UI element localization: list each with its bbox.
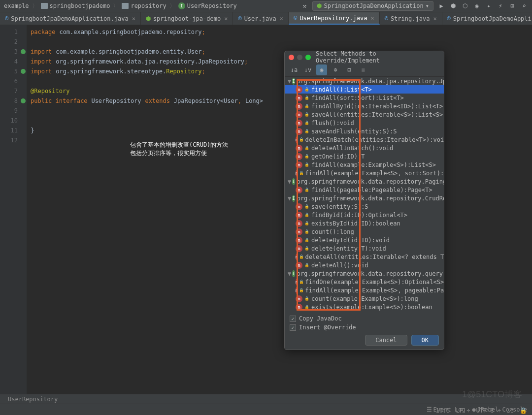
- expand-icon[interactable]: ⊕: [330, 64, 341, 75]
- breadcrumb-item[interactable]: springbootjpademo: [41, 2, 110, 9]
- tree-method-row[interactable]: m🔒deleteAll(entities:Iterable<? extends …: [285, 253, 444, 261]
- stop-icon[interactable]: ✦: [485, 2, 493, 10]
- line-number[interactable]: 4: [0, 57, 27, 66]
- line-number[interactable]: 2: [0, 37, 27, 47]
- code-line[interactable]: public interface UserRepository extends …: [27, 96, 532, 106]
- tree-method-row[interactable]: m🔒findAll(example:Example<S>, sort:Sort)…: [285, 169, 444, 177]
- expand-arrow-icon[interactable]: ▼: [288, 178, 291, 185]
- line-number[interactable]: 3: [0, 47, 27, 57]
- tree-package-row[interactable]: ▼Iorg.springframework.data.repository.Pa…: [285, 177, 444, 186]
- sort-alpha-icon[interactable]: ↓a: [289, 64, 299, 75]
- coverage-icon[interactable]: ⬡: [461, 2, 469, 10]
- window-controls[interactable]: [289, 55, 311, 60]
- breadcrumb-item[interactable]: repository: [122, 2, 166, 9]
- code-line[interactable]: [27, 106, 532, 116]
- editor-tab[interactable]: ©UserRepository.java×: [289, 12, 380, 25]
- tree-method-row[interactable]: m🔒existsById(id:ID):boolean: [285, 219, 444, 227]
- encoding[interactable]: UTF-8 ÷: [476, 407, 501, 414]
- breadcrumb-bar[interactable]: UserRepository: [0, 394, 532, 404]
- copy-javadoc-checkbox[interactable]: ✓ Copy JavaDoc: [290, 315, 439, 322]
- expand-arrow-icon[interactable]: ▼: [288, 78, 291, 85]
- profile-icon[interactable]: ◉: [473, 2, 481, 10]
- git-icon[interactable]: ⎇: [507, 407, 514, 414]
- code-line[interactable]: }: [27, 126, 532, 135]
- expand-arrow-icon[interactable]: ▼: [288, 195, 291, 202]
- tree-method-row[interactable]: m🔒deleteAll():void: [285, 261, 444, 269]
- code-line[interactable]: [27, 135, 532, 145]
- tree-method-row[interactable]: m🔒deleteAllInBatch():void: [285, 144, 444, 152]
- tree-method-row[interactable]: m🔒saveAll(entities:Iterable<S>):List<S>: [285, 110, 444, 119]
- search-icon[interactable]: ⌕: [520, 2, 528, 10]
- breadcrumb-item[interactable]: example: [4, 2, 29, 9]
- code-line[interactable]: @Repository: [27, 86, 532, 96]
- run-config-selector[interactable]: ⬢ SpringbootJpaDemoApplication ▾: [312, 1, 433, 11]
- tree-method-row[interactable]: m🔒count(example:Example<S>):long: [285, 294, 444, 303]
- tree-method-row[interactable]: m🔒saveAndFlush(entity:S):S: [285, 127, 444, 135]
- code-line[interactable]: [27, 76, 532, 86]
- show-inherited-icon[interactable]: ◉: [316, 64, 327, 75]
- gutter-mark-icon[interactable]: [21, 49, 26, 54]
- debug-icon[interactable]: ⬢: [449, 2, 457, 10]
- collapse-icon[interactable]: ⊟: [344, 64, 355, 75]
- code-line[interactable]: import org.springframework.data.jpa.repo…: [27, 57, 532, 66]
- close-icon[interactable]: ×: [370, 15, 374, 22]
- line-number[interactable]: 9: [0, 106, 27, 116]
- hammer-icon[interactable]: ⚒: [300, 2, 308, 10]
- tree-method-row[interactable]: m🔒findAllById(ids:Iterable<ID>):List<T>: [285, 102, 444, 110]
- vcs-icon[interactable]: ⊞: [508, 2, 516, 10]
- line-number[interactable]: 6: [0, 76, 27, 86]
- editor-tab[interactable]: ©SpringbootJpaDemoApplication.java×: [0, 12, 141, 25]
- line-number[interactable]: 8: [0, 96, 27, 106]
- code-line[interactable]: [27, 116, 532, 126]
- cancel-button[interactable]: Cancel: [365, 335, 407, 346]
- jrebel-icon[interactable]: ⚡: [497, 2, 504, 10]
- tree-method-row[interactable]: m🔒flush():void: [285, 119, 444, 127]
- expand-arrow-icon[interactable]: ▼: [288, 270, 291, 277]
- tree-method-row[interactable]: m🔒findAll(pageable:Pageable):Page<T>: [285, 186, 444, 194]
- line-number[interactable]: 5: [0, 66, 27, 76]
- settings-icon[interactable]: ≡: [358, 64, 368, 75]
- editor-tab[interactable]: ©String.java×: [380, 12, 442, 25]
- tree-method-row[interactable]: m🔒findAll(sort:Sort):List<T>: [285, 94, 444, 102]
- checkbox-icon[interactable]: ✓: [290, 316, 296, 322]
- gutter-mark-icon[interactable]: [21, 98, 26, 103]
- tree-method-row[interactable]: m🔒deleteById(id:ID):void: [285, 236, 444, 244]
- tree-method-row[interactable]: m🔒save(entity:S):S: [285, 202, 444, 211]
- code-line[interactable]: package com.example.springbootjpademo.re…: [27, 27, 532, 37]
- cursor-position[interactable]: 10:5: [436, 407, 450, 414]
- insert-override-checkbox[interactable]: ✓ Insert @Override: [290, 324, 439, 331]
- tree-method-row[interactable]: m🔒findById(id:ID):Optional<T>: [285, 211, 444, 219]
- line-number[interactable]: 11: [0, 126, 27, 135]
- close-icon[interactable]: ×: [280, 15, 283, 22]
- run-icon[interactable]: ▶: [437, 2, 445, 10]
- method-tree[interactable]: ▼Iorg.springframework.data.jpa.repositor…: [285, 77, 444, 311]
- close-icon[interactable]: [289, 55, 294, 60]
- tree-method-row[interactable]: m🔒count():long: [285, 227, 444, 236]
- editor-tab[interactable]: ©SpringbootJpaDemoApplicationTests.java×: [442, 12, 532, 25]
- tree-package-row[interactable]: ▼Iorg.springframework.data.repository.Cr…: [285, 194, 444, 202]
- close-icon[interactable]: ×: [224, 15, 228, 22]
- tree-method-row[interactable]: m🔒findAll():List<T>: [285, 85, 444, 94]
- gutter-mark-icon[interactable]: [21, 69, 26, 74]
- tree-method-row[interactable]: m🔒findAll(example:Example<S>, pageable:P…: [285, 286, 444, 294]
- checkbox-icon[interactable]: ✓: [290, 324, 296, 331]
- ok-button[interactable]: OK: [411, 335, 439, 346]
- code-line[interactable]: import org.springframework.stereotype.Re…: [27, 66, 532, 76]
- tree-method-row[interactable]: m🔒getOne(id:ID):T: [285, 152, 444, 160]
- lock-icon[interactable]: 🔒: [520, 407, 527, 414]
- editor-tab[interactable]: ⬢springboot-jpa-demo×: [141, 12, 233, 25]
- line-number[interactable]: 1: [0, 27, 27, 37]
- tree-method-row[interactable]: m🔒deleteInBatch(entities:Iterable<T>):vo…: [285, 135, 444, 144]
- dialog-titlebar[interactable]: Select Methods to Override/Implement: [285, 51, 444, 63]
- sort-visibility-icon[interactable]: ↓v: [302, 64, 313, 75]
- close-icon[interactable]: ×: [433, 15, 436, 22]
- line-number[interactable]: 7: [0, 86, 27, 96]
- code-line[interactable]: import com.example.springbootjpademo.ent…: [27, 47, 532, 57]
- tree-method-row[interactable]: m🔒delete(entity:T):void: [285, 244, 444, 253]
- tree-package-row[interactable]: ▼Iorg.springframework.data.jpa.repositor…: [285, 77, 444, 85]
- tree-package-row[interactable]: ▼Iorg.springframework.data.repository.qu…: [285, 269, 444, 278]
- tree-method-row[interactable]: m🔒findAll(example:Example<S>):List<S>: [285, 160, 444, 169]
- breadcrumb-item[interactable]: IUserRepository: [178, 2, 237, 9]
- code-line[interactable]: [27, 37, 532, 47]
- tree-method-row[interactable]: m🔒exists(example:Example<S>):boolean: [285, 303, 444, 311]
